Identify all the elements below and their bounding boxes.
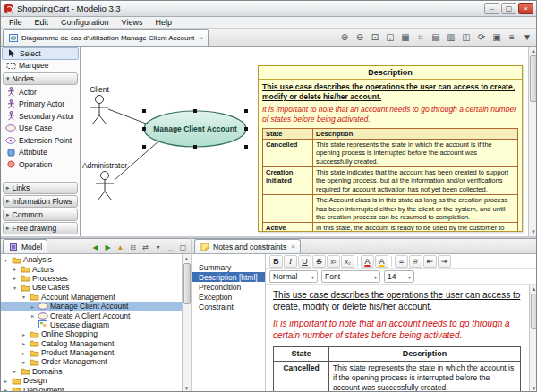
tree-collapsed-icon[interactable]: ▸ bbox=[3, 378, 9, 384]
button-print[interactable]: ▥ bbox=[444, 30, 458, 44]
scrollbar-thumb[interactable] bbox=[183, 263, 191, 304]
tab-diagram[interactable]: Diagramme de cas d'utilisation Manage Cl… bbox=[3, 29, 209, 46]
button-export-image[interactable]: ◫ bbox=[459, 30, 473, 44]
button-subscript[interactable]: x₂ bbox=[341, 255, 354, 268]
button-italic[interactable]: I bbox=[284, 255, 297, 268]
close-button[interactable]: × bbox=[518, 3, 533, 14]
editor-content[interactable]: This use case describes the operations t… bbox=[266, 285, 537, 392]
canvas-vertical-scrollbar[interactable]: ▲ ▼ bbox=[528, 47, 537, 236]
note-type-summary[interactable]: Summary bbox=[192, 262, 265, 272]
tree-item-catalog-management[interactable]: ▸Catalog Management bbox=[1, 339, 182, 348]
palette-section-common[interactable]: ▸Common bbox=[3, 209, 78, 221]
button-snap-to-grid[interactable]: ⌗ bbox=[413, 30, 428, 44]
menu-views[interactable]: Views bbox=[115, 18, 149, 27]
minimize-button[interactable]: – bbox=[484, 3, 499, 14]
palette-tool-marquee[interactable]: Marquee bbox=[2, 60, 79, 72]
scroll-up-icon[interactable]: ▲ bbox=[529, 47, 537, 55]
scrollbar-thumb[interactable] bbox=[531, 294, 537, 329]
scroll-up-icon[interactable]: ▲ bbox=[183, 254, 192, 263]
palette-item-extension-point[interactable]: Extension Point bbox=[2, 134, 79, 147]
tree-item-online-shopping[interactable]: ▸Online Shopping bbox=[1, 329, 182, 338]
actor-administrator[interactable] bbox=[96, 172, 114, 201]
tree-collapsed-icon[interactable]: ▸ bbox=[12, 275, 18, 281]
scroll-up-icon[interactable]: ▲ bbox=[530, 285, 537, 294]
tab-close-icon[interactable]: × bbox=[197, 34, 203, 42]
tree-item-use-cases[interactable]: ▾Use Cases bbox=[1, 283, 182, 292]
tree-collapsed-icon[interactable]: ▸ bbox=[12, 368, 18, 374]
tab-notes-and-constraints[interactable]: Notes and constraints × bbox=[194, 239, 301, 253]
button-zoom-page[interactable]: ◱ bbox=[383, 30, 397, 44]
tree-item-product-management[interactable]: ▸Product Management bbox=[1, 348, 182, 357]
palette-item-use-case[interactable]: Use Case bbox=[2, 123, 79, 135]
button-zoom-fit[interactable]: ⊡ bbox=[368, 30, 382, 44]
tree-collapsed-icon[interactable]: ▸ bbox=[21, 350, 27, 356]
button-show-grid[interactable]: ▦ bbox=[398, 30, 413, 44]
tree-item-processes[interactable]: ▸Processes bbox=[1, 274, 182, 283]
palette-section-nodes[interactable]: ▾ Nodes bbox=[3, 72, 78, 85]
palette-item-actor[interactable]: Actor bbox=[2, 86, 79, 98]
tree-collapsed-icon[interactable]: ▸ bbox=[30, 303, 36, 310]
button-highlight-color[interactable]: A bbox=[375, 255, 388, 268]
tree-item-analysis[interactable]: ▾Analysis bbox=[1, 255, 182, 264]
tree-vertical-scrollbar[interactable]: ▲ ▼ bbox=[182, 254, 191, 392]
button-strikethrough[interactable]: S bbox=[312, 255, 326, 268]
tree-expanded-icon[interactable]: ▾ bbox=[12, 285, 18, 291]
note-type-precondition[interactable]: Precondition bbox=[192, 282, 265, 292]
tree-expanded-icon[interactable]: ▾ bbox=[21, 294, 27, 300]
palette-tool-select[interactable]: Select bbox=[2, 47, 79, 60]
tab-model[interactable]: Model bbox=[3, 239, 47, 253]
tree-collapsed-icon[interactable]: ▸ bbox=[21, 340, 27, 346]
tree-item-design[interactable]: ▸Design bbox=[1, 376, 182, 385]
palette-item-secondary-actor[interactable]: Secondary Actor bbox=[2, 110, 79, 123]
font-size-select[interactable]: 14 ▾ bbox=[384, 270, 414, 283]
editor-vertical-scrollbar[interactable]: ▲ ▼ bbox=[529, 285, 537, 392]
association-client-usecase[interactable] bbox=[108, 109, 146, 124]
description-note[interactable]: Description This use case describes the … bbox=[258, 65, 523, 232]
button-page-setup[interactable]: ▤ bbox=[429, 30, 443, 44]
button-numbered-list[interactable]: # bbox=[409, 255, 422, 268]
tree-collapsed-icon[interactable]: ▸ bbox=[3, 387, 9, 392]
button-font-color[interactable]: A bbox=[361, 255, 374, 268]
tree-expanded-icon[interactable]: ▾ bbox=[3, 257, 9, 263]
button-collapse-all[interactable]: ⊟ bbox=[127, 242, 139, 253]
button-underline[interactable]: U bbox=[298, 255, 311, 268]
paragraph-format-select[interactable]: Normal ▾ bbox=[269, 270, 318, 283]
button-forward[interactable]: ▶ bbox=[102, 242, 114, 253]
menu-help[interactable]: Help bbox=[149, 18, 178, 27]
tree-item-account-management[interactable]: ▾Account Management bbox=[1, 293, 182, 302]
palette-item-primary-actor[interactable]: Primary Actor bbox=[2, 98, 79, 111]
button-overview[interactable]: ▣ bbox=[490, 30, 504, 44]
button-indent[interactable]: ⇥ bbox=[438, 255, 451, 268]
actor-client[interactable] bbox=[90, 96, 108, 125]
tree-collapsed-icon[interactable]: ▸ bbox=[12, 266, 18, 272]
button-view-menu[interactable]: ▾ bbox=[152, 242, 164, 253]
scroll-down-icon[interactable]: ▼ bbox=[530, 384, 537, 392]
button-zoom-out[interactable]: ⊖ bbox=[353, 30, 367, 44]
tree-item-domains[interactable]: ▸Domains bbox=[1, 367, 182, 376]
button-toolbar-overflow[interactable]: ▼ bbox=[520, 30, 534, 44]
button-link-with-editor[interactable]: ⇄ bbox=[140, 242, 151, 253]
palette-item-attribute[interactable]: Attribute bbox=[2, 147, 79, 159]
scroll-down-icon[interactable]: ▼ bbox=[183, 384, 192, 392]
menu-edit[interactable]: Edit bbox=[29, 18, 55, 27]
tree-item-order-management[interactable]: ▸Order Management bbox=[1, 357, 182, 366]
tab-close-icon[interactable]: × bbox=[289, 243, 295, 251]
tree-item-manage-client-account[interactable]: ▸Manage Client Account bbox=[1, 302, 182, 311]
tree-item-create-a-client-account[interactable]: ▸Create A Client Account bbox=[1, 311, 182, 320]
scroll-down-icon[interactable]: ▼ bbox=[529, 227, 537, 236]
font-family-select[interactable]: Font ▾ bbox=[321, 270, 380, 283]
button-minimize-view[interactable]: ▁ bbox=[165, 242, 176, 253]
tree-item-actors[interactable]: ▸Actors bbox=[1, 264, 182, 273]
palette-item-operation[interactable]: Operation bbox=[2, 158, 79, 171]
button-superscript[interactable]: x² bbox=[327, 255, 340, 268]
diagram-canvas-area[interactable]: Client Administrator Manage Client Accou… bbox=[81, 47, 537, 236]
menu-file[interactable]: File bbox=[3, 18, 29, 27]
maximize-button[interactable]: ▢ bbox=[501, 3, 516, 14]
button-bold[interactable]: B bbox=[269, 255, 283, 268]
usecase-manage-client-account[interactable]: Manage Client Account bbox=[144, 111, 246, 147]
tree-item-deployment[interactable]: ▸Deployment bbox=[1, 385, 182, 392]
button-zoom-in[interactable]: ⊕ bbox=[337, 30, 352, 44]
button-outdent[interactable]: ⇤ bbox=[423, 255, 437, 268]
menu-configuration[interactable]: Configuration bbox=[55, 18, 115, 27]
button-maximize-view[interactable]: ▢ bbox=[177, 242, 189, 253]
